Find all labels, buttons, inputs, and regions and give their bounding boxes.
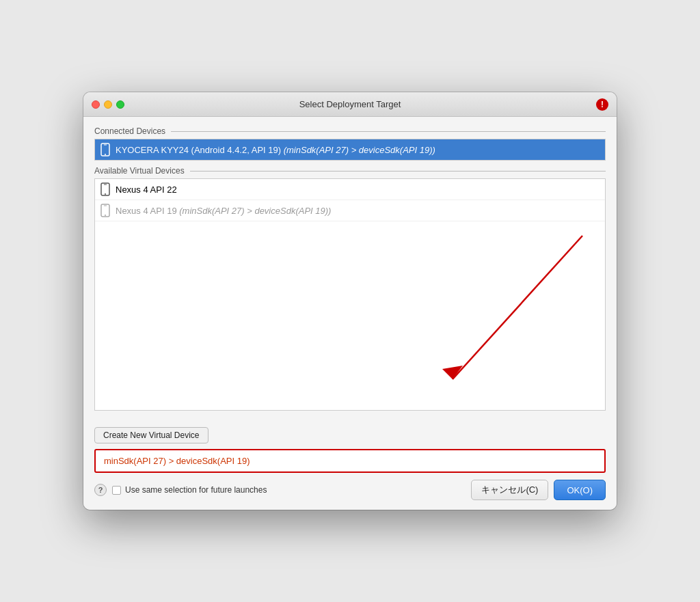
minimize-button[interactable] — [104, 100, 112, 109]
connected-devices-section: Connected Devices KYOCERA KYY24 (Android… — [94, 126, 606, 161]
error-text: minSdk(API 27) > deviceSdk(API 19) — [104, 456, 250, 466]
device-name-nexus4-19: Nexus 4 API 19 (minSdk(API 27) > deviceS… — [116, 206, 331, 216]
device-item-nexus4-19[interactable]: Nexus 4 API 19 (minSdk(API 27) > deviceS… — [95, 200, 605, 221]
maximize-button[interactable] — [116, 100, 124, 109]
window-title: Select Deployment Target — [299, 99, 401, 109]
connected-devices-label: Connected Devices — [94, 126, 606, 136]
footer: ? Use same selection for future launches… — [83, 473, 617, 510]
phone-icon-nexus4-19 — [100, 204, 110, 217]
content-area: Connected Devices KYOCERA KYY24 (Android… — [83, 117, 617, 420]
create-virtual-device-button[interactable]: Create New Virtual Device — [94, 427, 208, 443]
phone-icon-nexus4-22 — [100, 182, 110, 196]
ok-button[interactable]: OK(O) — [554, 480, 606, 500]
available-virtual-devices-section: Available Virtual Devices Nexus 4 API 22 — [94, 166, 606, 411]
svg-point-8 — [105, 215, 106, 216]
device-name-nexus4-22: Nexus 4 API 22 — [116, 184, 177, 195]
traffic-lights — [92, 100, 124, 109]
future-launches-label: Use same selection for future launches — [125, 485, 267, 495]
close-button[interactable] — [92, 100, 100, 109]
available-devices-list: Nexus 4 API 22 Nexus 4 API 19 (minSdk(AP… — [94, 178, 606, 411]
error-message-box: minSdk(API 27) > deviceSdk(API 19) — [94, 449, 606, 473]
future-launches-checkbox-area: Use same selection for future launches — [112, 485, 466, 495]
action-buttons: キャンセル(C) OK(O) — [471, 480, 606, 500]
svg-point-2 — [105, 154, 106, 155]
dialog-window: Select Deployment Target ! Connected Dev… — [83, 92, 617, 510]
device-item-nexus4-22[interactable]: Nexus 4 API 22 — [95, 179, 605, 200]
help-button[interactable]: ? — [94, 484, 107, 496]
svg-point-5 — [105, 193, 106, 195]
cancel-button[interactable]: キャンセル(C) — [471, 480, 548, 500]
titlebar: Select Deployment Target ! — [83, 92, 617, 117]
future-launches-checkbox[interactable] — [112, 486, 121, 495]
bottom-bar: Create New Virtual Device minSdk(API 27)… — [83, 420, 617, 473]
connected-devices-list: KYOCERA KYY24 (Android 4.4.2, API 19) (m… — [94, 139, 606, 161]
warning-badge: ! — [596, 98, 608, 111]
warning-area: ! — [596, 98, 608, 111]
device-item-kyocera[interactable]: KYOCERA KYY24 (Android 4.4.2, API 19) (m… — [95, 139, 605, 160]
device-name-kyocera: KYOCERA KYY24 (Android 4.4.2, API 19) (m… — [116, 145, 435, 155]
available-devices-label: Available Virtual Devices — [94, 166, 606, 176]
phone-icon — [100, 143, 110, 156]
